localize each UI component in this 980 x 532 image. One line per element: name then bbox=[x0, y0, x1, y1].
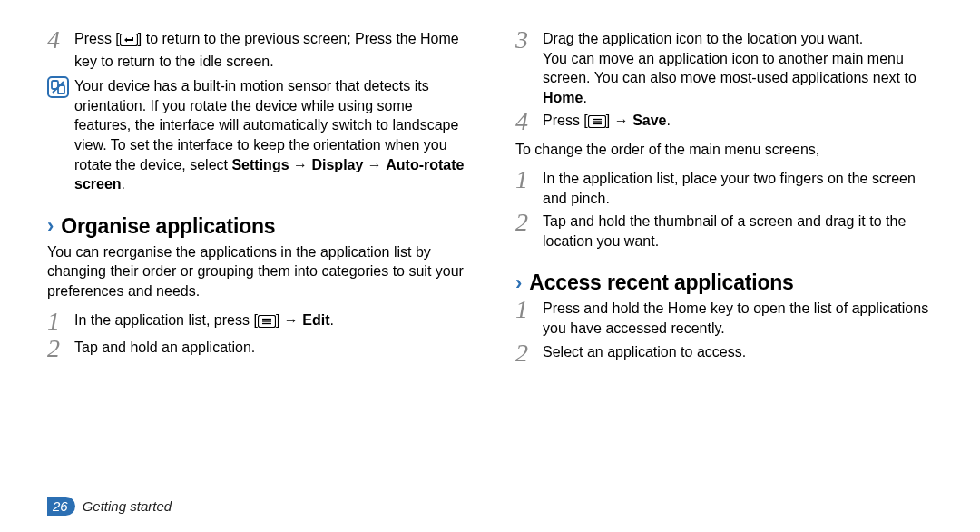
page-footer: 26 Getting started bbox=[47, 497, 172, 516]
step-text: Tap and hold an application. bbox=[74, 338, 255, 358]
step-number: 4 bbox=[515, 109, 543, 134]
heading-text: Access recent applications bbox=[529, 271, 793, 295]
page-number-badge: 26 bbox=[47, 497, 75, 516]
step-number: 4 bbox=[47, 27, 74, 53]
step-text: In the application list, place your two … bbox=[543, 169, 933, 208]
step-text: Drag the application icon to the locatio… bbox=[543, 29, 933, 107]
right-step-4: 4 Press [] → Save. bbox=[515, 111, 933, 134]
menu-key-icon bbox=[588, 113, 606, 133]
organise-intro-paragraph: You can reorganise the applications in t… bbox=[47, 242, 465, 301]
step-text: Press [] → Save. bbox=[543, 111, 671, 133]
chevron-right-icon: › bbox=[47, 214, 54, 238]
reorder-paragraph: To change the order of the main menu scr… bbox=[515, 140, 933, 160]
organise-steps: 1 In the application list, press [] → Ed… bbox=[47, 310, 465, 361]
step-number: 1 bbox=[515, 167, 543, 192]
step-text: Tap and hold the thumbnail of a screen a… bbox=[543, 212, 933, 251]
organise-step-2: 2 Tap and hold an application. bbox=[47, 338, 465, 361]
step-text: Select an application to access. bbox=[543, 342, 746, 362]
chevron-right-icon: › bbox=[515, 271, 522, 295]
orientation-callout: Your device has a built-in motion sensor… bbox=[47, 76, 465, 194]
reorder-step-1: 1 In the application list, place your tw… bbox=[515, 169, 933, 208]
two-column-layout: 4 Press [] to return to the previous scr… bbox=[47, 29, 933, 369]
right-column: 3 Drag the application icon to the locat… bbox=[515, 29, 933, 369]
step-number: 3 bbox=[515, 27, 543, 53]
back-key-icon bbox=[120, 32, 138, 52]
note-icon bbox=[47, 76, 74, 98]
step-text: Press and hold the Home key to open the … bbox=[543, 299, 933, 338]
step-number: 1 bbox=[515, 297, 543, 322]
reorder-steps: 1 In the application list, place your tw… bbox=[515, 169, 933, 251]
access-recent-heading: › Access recent applications bbox=[515, 271, 933, 295]
left-step-4: 4 Press [] to return to the previous scr… bbox=[47, 29, 465, 71]
footer-section-label: Getting started bbox=[83, 498, 172, 514]
step-number: 2 bbox=[515, 210, 543, 235]
access-step-2: 2 Select an application to access. bbox=[515, 342, 933, 366]
organise-applications-heading: › Organise applications bbox=[47, 214, 465, 239]
menu-key-icon bbox=[258, 313, 276, 333]
step-number: 1 bbox=[47, 309, 74, 334]
reorder-step-2: 2 Tap and hold the thumbnail of a screen… bbox=[515, 212, 933, 251]
step-number: 2 bbox=[47, 336, 74, 361]
step-text: In the application list, press [] → Edit… bbox=[74, 310, 334, 333]
callout-text: Your device has a built-in motion sensor… bbox=[74, 76, 465, 194]
organise-step-1: 1 In the application list, press [] → Ed… bbox=[47, 310, 465, 334]
access-steps: 1 Press and hold the Home key to open th… bbox=[515, 299, 933, 365]
left-column: 4 Press [] to return to the previous scr… bbox=[47, 29, 465, 369]
step-text: Press [] to return to the previous scree… bbox=[74, 29, 465, 71]
access-step-1: 1 Press and hold the Home key to open th… bbox=[515, 299, 933, 338]
heading-text: Organise applications bbox=[61, 214, 275, 239]
right-step-3: 3 Drag the application icon to the locat… bbox=[515, 29, 933, 107]
step-number: 2 bbox=[515, 340, 543, 366]
